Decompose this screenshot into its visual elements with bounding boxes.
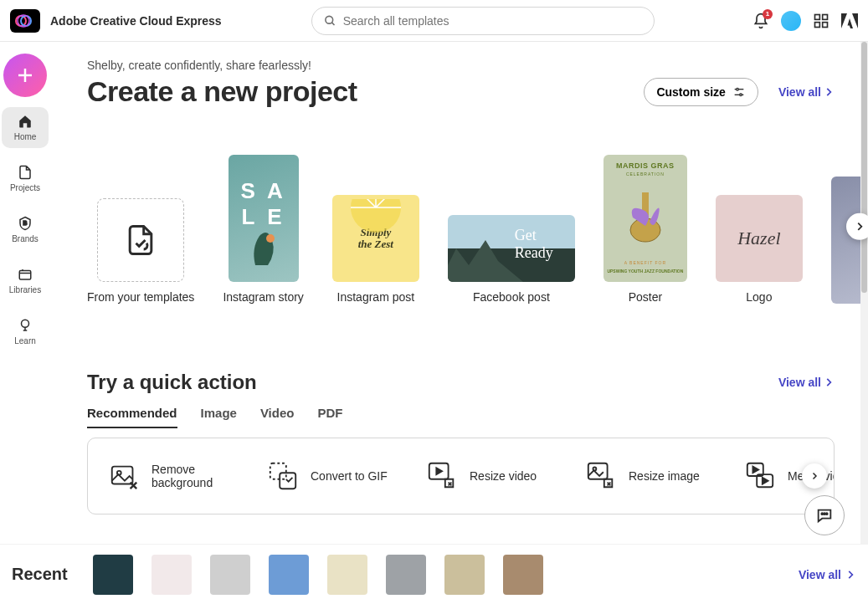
projects-icon	[18, 165, 33, 180]
instagram-story-thumb: S A L E	[229, 155, 299, 282]
tab-recommended[interactable]: Recommended	[87, 406, 177, 428]
card-logo[interactable]: Hazel Logo	[716, 195, 803, 304]
card-label: From your templates	[87, 290, 194, 304]
chat-icon	[815, 506, 834, 525]
learn-icon	[18, 318, 33, 333]
card-label: Poster	[629, 290, 662, 304]
chevron-right-icon	[845, 569, 856, 581]
greeting-text: Shelby, create confidently, share fearle…	[87, 59, 868, 72]
chevron-right-icon	[854, 221, 865, 233]
merge-videos-icon	[744, 460, 776, 492]
sidebar-item-brands[interactable]: B Brands	[2, 209, 49, 250]
qa-convert-gif[interactable]: Convert to GIF	[267, 460, 393, 492]
card-facebook-post[interactable]: Get Ready Facebook post	[448, 215, 575, 304]
recent-thumb[interactable]	[386, 555, 426, 595]
recent-thumb[interactable]	[152, 555, 192, 595]
svg-point-36	[821, 513, 823, 514]
logo-thumb: Hazel	[716, 195, 803, 282]
svg-point-13	[22, 320, 29, 327]
facebook-post-thumb: Get Ready	[448, 215, 575, 282]
avatar[interactable]	[781, 11, 801, 31]
cards-next-button[interactable]	[846, 213, 868, 240]
sidebar-item-libraries[interactable]: Libraries	[2, 260, 49, 301]
remove-background-icon	[108, 460, 140, 492]
recent-thumb[interactable]	[210, 555, 250, 595]
poster-thumb: MARDIS GRAS CELEBRATION A BENEFIT FOR UP…	[603, 155, 687, 282]
create-button[interactable]	[3, 54, 47, 97]
svg-rect-30	[588, 463, 608, 479]
svg-rect-7	[815, 22, 820, 27]
libraries-icon	[18, 267, 33, 282]
svg-line-4	[331, 22, 334, 24]
view-all-projects-link[interactable]: View all	[778, 85, 835, 99]
recent-thumb[interactable]	[327, 555, 367, 595]
sidebar-item-label: Projects	[10, 183, 40, 192]
page-title: Create a new project	[87, 75, 357, 108]
recent-title: Recent	[12, 565, 68, 584]
instagram-post-thumb: Simply the Zest	[332, 195, 419, 282]
search-input[interactable]	[343, 14, 642, 28]
chevron-right-icon	[823, 376, 835, 388]
chat-button[interactable]	[804, 495, 845, 535]
tab-pdf[interactable]: PDF	[317, 406, 342, 428]
sidebar-item-projects[interactable]: Projects	[2, 158, 49, 199]
home-icon	[18, 114, 33, 129]
search-input-wrap[interactable]	[311, 7, 655, 35]
qa-next-button[interactable]	[802, 463, 827, 489]
recent-thumb[interactable]	[444, 555, 485, 595]
scrollbar-thumb[interactable]	[861, 42, 867, 293]
svg-point-38	[826, 513, 828, 514]
svg-marker-35	[763, 478, 768, 484]
custom-size-label: Custom size	[656, 85, 725, 99]
scrollbar[interactable]	[860, 42, 868, 544]
svg-marker-34	[752, 467, 758, 473]
card-poster[interactable]: MARDIS GRAS CELEBRATION A BENEFIT FOR UP…	[603, 155, 687, 304]
view-all-quick-link[interactable]: View all	[778, 376, 835, 389]
search-icon	[324, 14, 336, 28]
custom-size-button[interactable]: Custom size	[644, 78, 758, 106]
adobe-logo-icon[interactable]	[841, 13, 858, 28]
quick-actions-title: Try a quick action	[87, 371, 257, 394]
svg-point-20	[266, 234, 275, 243]
svg-rect-8	[823, 22, 828, 27]
recent-thumb[interactable]	[93, 555, 133, 595]
qa-remove-background[interactable]: Remove background	[108, 460, 234, 492]
brand-label: Adobe Creative Cloud Express	[50, 14, 222, 28]
chevron-right-icon	[809, 471, 819, 481]
card-from-templates[interactable]: From your templates	[87, 198, 194, 304]
tab-video[interactable]: Video	[260, 406, 295, 428]
notifications-button[interactable]: 1	[752, 13, 769, 29]
recent-thumb[interactable]	[503, 555, 543, 595]
card-instagram-post[interactable]: Simply the Zest Instagram post	[332, 195, 419, 304]
tab-image[interactable]: Image	[201, 406, 237, 428]
svg-rect-5	[815, 14, 820, 19]
chevron-right-icon	[823, 86, 835, 98]
creative-cloud-logo[interactable]	[10, 9, 40, 33]
sidebar-item-label: Libraries	[9, 285, 41, 294]
qa-resize-image[interactable]: Resize image	[585, 460, 711, 492]
qa-resize-video[interactable]: Resize video	[426, 460, 552, 492]
svg-point-37	[824, 513, 825, 514]
card-label: Facebook post	[473, 290, 550, 304]
card-label: Instagram post	[337, 290, 415, 304]
convert-gif-icon	[267, 460, 299, 492]
svg-text:B: B	[23, 220, 28, 226]
brands-icon: B	[18, 216, 33, 231]
svg-marker-29	[436, 468, 442, 475]
recent-thumb[interactable]	[269, 555, 309, 595]
plus-icon	[15, 65, 35, 85]
svg-rect-12	[19, 271, 31, 280]
svg-rect-26	[270, 463, 286, 479]
sidebar-item-home[interactable]: Home	[2, 107, 49, 148]
templates-thumb	[97, 198, 184, 282]
sidebar-item-learn[interactable]: Learn	[2, 311, 49, 352]
card-instagram-story[interactable]: S A L E Instagram story	[223, 155, 303, 304]
apps-icon[interactable]	[813, 13, 829, 29]
card-peek[interactable]	[831, 177, 865, 304]
resize-image-icon	[585, 460, 617, 492]
svg-point-19	[740, 94, 742, 96]
sliders-icon	[732, 85, 746, 99]
notifications-badge: 1	[763, 9, 773, 19]
card-label: Instagram story	[223, 290, 303, 304]
recent-view-all-link[interactable]: View all	[799, 568, 856, 581]
